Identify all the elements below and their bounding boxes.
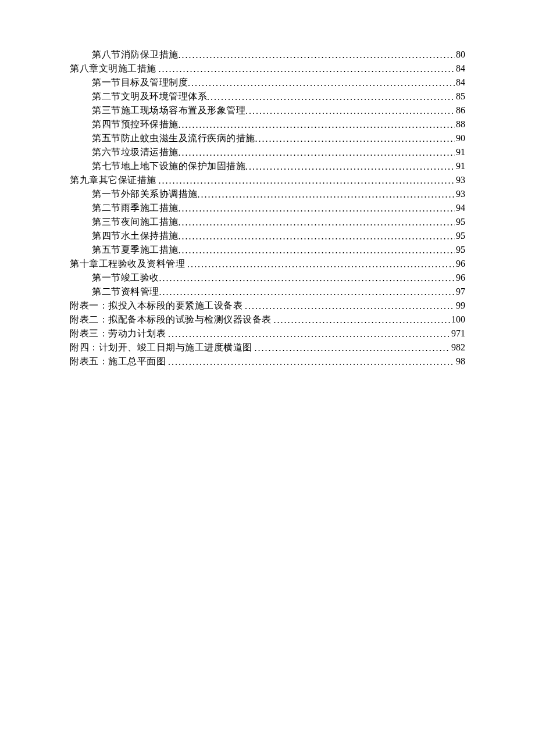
toc-leader-dots [188,76,455,90]
toc-entry-page: 91 [455,159,465,173]
toc-leader-dots [187,257,455,271]
toc-leader-dots [159,271,455,285]
toc-entry-title: 第三节施工现场场容布置及形象管理 [92,103,245,117]
toc-leader-dots [179,243,455,257]
toc-entry: 第九章其它保证措施93 [70,173,465,187]
toc-entry-title: 第四节预控环保措施 [92,117,179,131]
toc-entry: 附表一：拟投入本标段的要紧施工设备表99 [70,299,465,313]
toc-entry-title: 第二节雨季施工措施 [92,201,179,215]
toc-entry-page: 84 [455,62,465,76]
toc-entry: 附表五：施工总平面图98 [70,354,465,368]
toc-leader-dots [179,48,455,62]
toc-leader-dots [245,299,455,313]
toc-entry-page: 80 [455,48,465,62]
toc-entry-title: 第八章文明施工措施 [70,62,156,76]
toc-entry-page: 99 [455,299,465,313]
toc-entry-title: 第一节外部关系协调措施 [92,187,198,201]
toc-leader-dots [207,90,455,104]
toc-leader-dots [168,355,455,368]
toc-entry: 第五节防止蚊虫滋生及流行疾病的措施90 [70,131,465,145]
toc-entry: 第四节预控环保措施88 [70,117,465,131]
toc-entry: 第四节水土保持措施95 [70,229,465,243]
toc-leader-dots [245,160,455,174]
toc-entry: 第七节地上地下设施的保护加固措施91 [70,159,465,173]
toc-entry-title: 第二节文明及环境管理体系 [92,89,207,103]
toc-entry: 附四：计划开、竣工日期与施工进度横道图982 [70,341,465,354]
toc-entry-title: 第四节水土保持措施 [92,229,179,243]
toc-entry: 第六节垃圾清运措施91 [70,145,465,159]
toc-entry-page: 95 [455,243,465,257]
toc-entry: 第二节文明及环境管理体系85 [70,89,465,103]
toc-entry-page: 85 [455,89,465,103]
toc-entry: 第一节目标及管理制度84 [70,76,465,89]
toc-entry-page: 100 [450,313,465,327]
toc-entry-page: 98 [455,354,465,368]
toc-entry: 第三节施工现场场容布置及形象管理86 [70,103,465,117]
toc-entry-title: 附表二：拟配备本标段的试验与检测仪器设备表 [70,313,272,327]
toc-entry-page: 90 [455,131,465,145]
toc-entry: 第五节夏季施工措施95 [70,243,465,257]
toc-entry-page: 94 [455,201,465,215]
toc-entry: 附表三：劳动力计划表971 [70,327,465,341]
toc-entry: 第二节雨季施工措施94 [70,201,465,215]
toc-leader-dots [159,174,455,188]
toc-leader-dots [198,188,455,202]
toc-entry-title: 第三节夜间施工措施 [92,215,179,229]
toc-entry-title: 第一节目标及管理制度 [92,76,188,89]
toc-leader-dots [179,230,455,243]
toc-leader-dots [274,313,451,327]
toc-entry-page: 982 [450,341,465,354]
toc-leader-dots [168,327,450,341]
toc-entry-title: 第五节防止蚊虫滋生及流行疾病的措施 [92,131,255,145]
toc-entry: 第八章文明施工措施84 [70,62,465,76]
toc-entry-title: 第十章工程验收及资料管理 [70,257,185,271]
toc-entry-title: 第七节地上地下设施的保护加固措施 [92,159,245,173]
toc-entry: 第八节消防保卫措施80 [70,48,465,62]
toc-entry-title: 附表一：拟投入本标段的要紧施工设备表 [70,299,242,313]
toc-entry-page: 93 [455,173,465,187]
toc-leader-dots [179,202,455,216]
document-page: 第八节消防保卫措施80第八章文明施工措施84第一节目标及管理制度84第二节文明及… [0,0,535,368]
toc-entry-page: 93 [455,187,465,201]
toc-entry: 第二节资料管理97 [70,285,465,299]
toc-entry: 第三节夜间施工措施95 [70,215,465,229]
toc-leader-dots [179,216,455,230]
toc-entry-title: 第一节竣工验收 [92,271,159,285]
toc-entry-title: 第五节夏季施工措施 [92,243,179,257]
toc-leader-dots [179,146,455,160]
toc-entry-page: 86 [455,103,465,117]
toc-entry-page: 95 [455,229,465,243]
toc-entry-page: 96 [455,257,465,271]
toc-entry-page: 95 [455,215,465,229]
toc-entry-page: 91 [455,145,465,159]
toc-leader-dots [179,118,455,132]
toc-entry: 第一节外部关系协调措施93 [70,187,465,201]
toc-entry-page: 97 [455,285,465,299]
toc-entry-title: 附四：计划开、竣工日期与施工进度横道图 [70,341,252,354]
toc-entry: 第十章工程验收及资料管理96 [70,257,465,271]
toc-entry-page: 84 [455,76,465,89]
toc-leader-dots [255,341,451,355]
toc-leader-dots [245,104,455,118]
table-of-contents: 第八节消防保卫措施80第八章文明施工措施84第一节目标及管理制度84第二节文明及… [70,48,465,368]
toc-leader-dots [159,62,455,76]
toc-entry-title: 第二节资料管理 [92,285,159,299]
toc-entry-title: 附表五：施工总平面图 [70,354,166,368]
toc-entry: 第一节竣工验收96 [70,271,465,285]
toc-entry-page: 96 [455,271,465,285]
toc-entry-page: 971 [450,327,465,341]
toc-entry: 附表二：拟配备本标段的试验与检测仪器设备表100 [70,313,465,327]
toc-entry-title: 第九章其它保证措施 [70,173,156,187]
toc-leader-dots [159,285,455,299]
toc-entry-title: 第六节垃圾清运措施 [92,145,179,159]
toc-entry-title: 第八节消防保卫措施 [92,48,179,62]
toc-entry-page: 88 [455,117,465,131]
toc-entry-title: 附表三：劳动力计划表 [70,327,166,341]
toc-leader-dots [255,132,455,146]
